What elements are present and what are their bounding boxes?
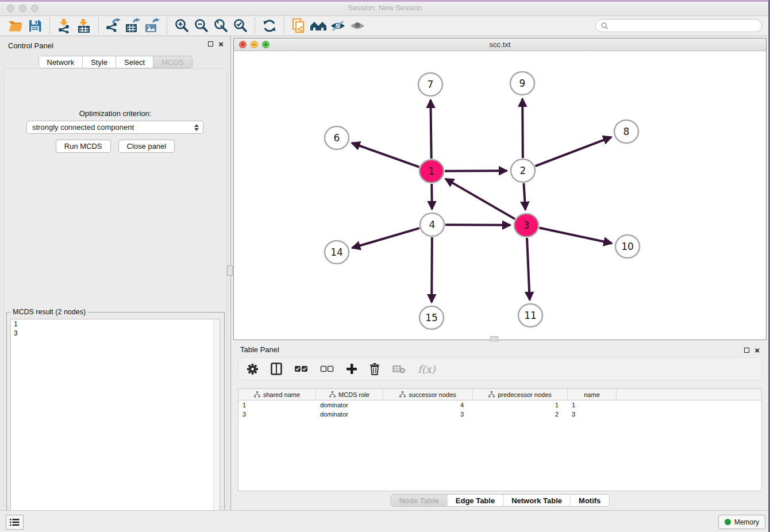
close-panel-icon[interactable]: × bbox=[218, 41, 224, 47]
network-view-window: × − + scc.txt 7968124314101511 bbox=[233, 38, 767, 340]
task-history-button[interactable] bbox=[6, 515, 24, 530]
tab-network-table[interactable]: Network Table bbox=[503, 495, 571, 506]
graph-node-3[interactable]: 3 bbox=[514, 214, 538, 237]
select-stepper-icon bbox=[192, 123, 200, 132]
graph-node-8[interactable]: 8 bbox=[614, 120, 638, 143]
column-header-predecessor-nodes[interactable]: predecessor nodes bbox=[473, 389, 568, 400]
zoom-in-icon bbox=[174, 18, 189, 33]
svg-text:6: 6 bbox=[334, 132, 340, 144]
svg-text:2: 2 bbox=[520, 165, 526, 176]
graph-edge-4-14[interactable] bbox=[352, 228, 419, 248]
table-row[interactable]: 1 dominator 4 1 1 bbox=[238, 400, 761, 410]
zoom-fit-button[interactable] bbox=[211, 17, 230, 34]
table-row[interactable]: 3 dominator 3 2 3 bbox=[238, 410, 761, 419]
optimization-criterion-label: Optimization criterion: bbox=[4, 109, 226, 118]
graph-node-9[interactable]: 9 bbox=[510, 72, 534, 95]
vertical-splitter-handle[interactable] bbox=[227, 265, 233, 276]
graph-edge-3-1[interactable] bbox=[445, 179, 515, 219]
search-field[interactable] bbox=[595, 19, 762, 32]
graph-edge-2-8[interactable] bbox=[536, 137, 611, 167]
import-network-icon bbox=[57, 18, 72, 33]
table-settings-button[interactable] bbox=[247, 363, 259, 375]
horizontal-splitter-handle[interactable] bbox=[490, 336, 498, 341]
clone-network-icon bbox=[291, 18, 306, 34]
tab-motifs[interactable]: Motifs bbox=[571, 495, 609, 506]
mcds-result-line: 1 bbox=[11, 319, 220, 329]
result-scrollbar[interactable] bbox=[213, 319, 220, 525]
tab-mcds[interactable]: MCDS bbox=[153, 56, 191, 68]
graph-node-10[interactable]: 10 bbox=[615, 235, 640, 258]
graph-node-14[interactable]: 14 bbox=[325, 241, 349, 264]
graph-node-6[interactable]: 6 bbox=[325, 126, 349, 149]
graph-edge-4-3[interactable] bbox=[445, 225, 510, 225]
tab-edge-table[interactable]: Edge Table bbox=[448, 495, 503, 506]
import-table-icon bbox=[76, 18, 91, 33]
zoom-out-button[interactable] bbox=[191, 17, 211, 34]
graph-edge-3-11[interactable] bbox=[527, 238, 530, 300]
zoom-in-button[interactable] bbox=[172, 17, 191, 34]
column-header-name[interactable]: name bbox=[568, 389, 617, 400]
optimization-criterion-select[interactable]: strongly connected component bbox=[26, 121, 203, 134]
close-table-panel-icon[interactable]: × bbox=[754, 347, 760, 353]
float-table-panel-icon[interactable] bbox=[744, 348, 749, 353]
delete-column-button[interactable] bbox=[369, 363, 380, 375]
export-table-button[interactable] bbox=[123, 17, 143, 34]
column-header-successor-nodes[interactable]: successor nodes bbox=[383, 389, 473, 400]
show-all-button[interactable] bbox=[348, 17, 367, 34]
export-image-button[interactable] bbox=[143, 17, 162, 34]
graph-edge-4-15[interactable] bbox=[432, 237, 432, 302]
svg-text:3: 3 bbox=[523, 219, 530, 231]
float-panel-icon[interactable] bbox=[208, 41, 213, 47]
close-panel-button[interactable]: Close panel bbox=[118, 140, 175, 153]
graph-node-2[interactable]: 2 bbox=[511, 159, 535, 182]
network-window-titlebar[interactable]: × − + scc.txt bbox=[234, 38, 766, 51]
home-icon bbox=[310, 19, 327, 33]
export-network-button[interactable] bbox=[103, 17, 123, 34]
column-header-shared-name[interactable]: shared name bbox=[238, 389, 316, 400]
export-image-icon bbox=[144, 18, 160, 33]
show-columns-button[interactable] bbox=[271, 363, 282, 375]
column-header-mcds-role[interactable]: MCDS role bbox=[316, 389, 383, 400]
graph-node-7[interactable]: 7 bbox=[418, 73, 442, 96]
save-session-button[interactable] bbox=[25, 17, 45, 34]
graph-node-1[interactable]: 1 bbox=[419, 160, 444, 183]
tab-style[interactable]: Style bbox=[83, 56, 116, 68]
memory-label: Memory bbox=[734, 518, 759, 526]
mcds-result-textarea[interactable]: 1 3 bbox=[10, 319, 220, 526]
main-toolbar bbox=[0, 16, 770, 36]
hide-selected-button[interactable] bbox=[328, 17, 348, 34]
run-mcds-button[interactable]: Run MCDS bbox=[56, 140, 111, 153]
zoom-out-icon bbox=[194, 18, 209, 33]
graph-node-4[interactable]: 4 bbox=[420, 213, 444, 236]
graph-edge-2-3[interactable] bbox=[523, 183, 525, 210]
delete-table-button-disabled bbox=[392, 364, 406, 373]
graph-edge-1-6[interactable] bbox=[352, 143, 419, 167]
zoom-selected-button[interactable] bbox=[230, 17, 250, 34]
table-header-row: shared name MCDS role successor nodes pr… bbox=[238, 389, 761, 400]
graph-node-15[interactable]: 15 bbox=[419, 306, 444, 329]
select-all-icon[interactable] bbox=[294, 365, 308, 372]
search-input[interactable] bbox=[609, 22, 746, 30]
network-graph[interactable]: 7968124314101511 bbox=[234, 51, 766, 340]
import-network-button[interactable] bbox=[55, 17, 74, 34]
graph-edge-3-10[interactable] bbox=[540, 228, 612, 244]
open-session-button[interactable] bbox=[6, 17, 25, 34]
graph-edge-2-9[interactable] bbox=[522, 99, 523, 158]
node-table[interactable]: shared name MCDS role successor nodes pr… bbox=[238, 388, 762, 491]
import-table-button[interactable] bbox=[74, 17, 94, 34]
clone-network-button[interactable] bbox=[289, 17, 309, 34]
graph-node-11[interactable]: 11 bbox=[518, 304, 542, 327]
graph-edge-1-7[interactable] bbox=[430, 100, 431, 159]
svg-text:4: 4 bbox=[429, 219, 436, 230]
zoom-fit-icon bbox=[213, 18, 228, 33]
refresh-view-button[interactable] bbox=[260, 17, 279, 34]
tab-select[interactable]: Select bbox=[116, 56, 153, 68]
deselect-all-icon[interactable] bbox=[320, 365, 334, 372]
tab-node-table[interactable]: Node Table bbox=[391, 495, 448, 506]
svg-text:8: 8 bbox=[623, 126, 630, 137]
graph-edge-1-2[interactable] bbox=[445, 171, 507, 171]
tab-network[interactable]: Network bbox=[38, 56, 83, 68]
memory-button[interactable]: Memory bbox=[718, 515, 765, 529]
first-neighbors-button[interactable] bbox=[309, 17, 328, 34]
add-column-button[interactable] bbox=[346, 363, 357, 375]
